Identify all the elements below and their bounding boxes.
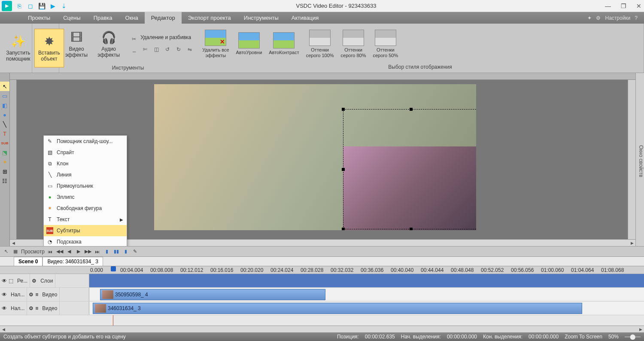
rotate-ccw-icon[interactable]: ↺	[163, 45, 172, 54]
tool-shape-icon[interactable]: ✶	[0, 157, 9, 167]
pv-pointer-icon[interactable]: ↖	[2, 248, 10, 256]
menu-item-1[interactable]: ▧Спрайт	[44, 147, 127, 158]
new-icon[interactable]: ⎘	[15, 2, 23, 10]
help-icon[interactable]: ?	[635, 15, 638, 21]
scissors-icon[interactable]: ✄	[140, 45, 150, 54]
tool-rect-icon[interactable]: ▭	[0, 91, 9, 100]
settings-link[interactable]: Настройки	[605, 15, 630, 21]
window-title: VSDC Video Editor - 923433633	[68, 3, 605, 9]
app-logo-icon	[2, 1, 12, 11]
thumb-icon	[309, 30, 331, 46]
scrollbar-vertical[interactable]	[628, 80, 635, 239]
fx-icon[interactable]: ⚙	[29, 305, 33, 311]
maximize-button[interactable]: ❐	[620, 3, 627, 9]
tab-scene[interactable]: Scene 0	[14, 257, 43, 266]
video-preview[interactable]	[154, 84, 476, 230]
minimize-button[interactable]: ―	[605, 3, 611, 9]
play-icon[interactable]: ▶	[49, 2, 57, 10]
lock-icon[interactable]: ⬚	[9, 278, 13, 284]
pv-edit-icon[interactable]: ✎	[131, 248, 139, 256]
pv-prev-icon[interactable]: ◀◀	[56, 248, 64, 256]
status-zoom-label[interactable]: Zoom To Screen	[565, 334, 602, 340]
fx-icon[interactable]: ⚙	[29, 292, 33, 298]
tool-line-icon[interactable]: ╲	[0, 119, 9, 129]
pv-film-icon[interactable]: ▦	[12, 248, 19, 256]
fx-icon[interactable]: ⚙	[32, 278, 36, 284]
pv-mark1-icon[interactable]: ▮	[103, 248, 111, 256]
list-icon[interactable]: ≡	[35, 292, 38, 298]
tool-media-icon[interactable]: ⊞	[0, 167, 9, 176]
menu-tab-editor[interactable]: Редактор	[145, 12, 182, 24]
playhead[interactable]	[111, 266, 116, 271]
selection-box[interactable]	[343, 109, 476, 229]
menu-item-9[interactable]: ◔Подсказка	[44, 236, 127, 246]
style-gray-80[interactable]: Оттенкисерого 80%	[337, 29, 370, 59]
style-autolevels[interactable]: АвтоУровни	[233, 31, 266, 56]
menu-item-4[interactable]: ▭Прямоугольник	[44, 180, 127, 192]
clip[interactable]: 350950598_ 4	[100, 289, 325, 300]
tool-text-icon[interactable]: T	[0, 129, 9, 138]
tab-video[interactable]: Видео: 346031634_ 3	[43, 257, 103, 266]
menu-tab-5[interactable]: Экспорт проекта	[182, 12, 237, 24]
style-delete-all[interactable]: Удалить всеэффекты	[199, 29, 232, 59]
time-tick: 00:32.032	[331, 267, 361, 273]
menu-item-label: Свободная фигура	[57, 205, 102, 211]
menu-item-6[interactable]: ✶Свободная фигура	[44, 203, 127, 214]
gear-icon[interactable]: ⚙	[596, 15, 601, 21]
time-tick: 00:36.036	[361, 267, 391, 273]
menu-item-3[interactable]: ╲Линия	[44, 169, 127, 180]
menu-item-2[interactable]: ⧉Клон	[44, 158, 127, 169]
style-gray-100[interactable]: Оттенкисерого 100%	[303, 29, 337, 59]
menu-item-0[interactable]: ✎Помощник слайд-шоу...	[44, 136, 127, 147]
properties-panel-tab[interactable]: Окно свойств	[635, 73, 644, 246]
open-icon[interactable]: ◻	[27, 2, 34, 10]
menu-tab-6[interactable]: Инструменты	[237, 12, 285, 24]
eye-icon[interactable]: 👁	[2, 292, 7, 298]
pv-play-icon[interactable]: ▶	[75, 248, 82, 256]
menu-tab-2[interactable]: Правка	[87, 12, 119, 24]
crop-icon[interactable]: ◫	[152, 45, 161, 54]
eye-icon[interactable]: 👁	[2, 278, 7, 284]
menu-tab-0[interactable]: Проекты	[21, 12, 57, 24]
pv-mark3-icon[interactable]: ▮	[122, 248, 130, 256]
menu-tab-7[interactable]: Активация	[285, 12, 325, 24]
pv-mark2-icon[interactable]: ▮▮	[112, 248, 120, 256]
close-button[interactable]: ✕	[635, 3, 642, 9]
tool-film-icon[interactable]: ☷	[0, 176, 9, 186]
pv-fwd-icon[interactable]: ▶▶	[84, 248, 92, 256]
audio-effects-button[interactable]: 🎧 Аудиоэффекты	[94, 25, 124, 64]
pv-first-icon[interactable]: ⏮	[46, 248, 54, 256]
star-icon[interactable]: ✦	[587, 15, 592, 21]
quick-access-toolbar: ⎘ ◻ 💾 ▶ ⇣	[15, 2, 68, 10]
pv-back-icon[interactable]: ◀	[65, 248, 73, 256]
zoom-slider-icon[interactable]: —⬤—	[625, 334, 641, 340]
list-icon[interactable]: ≡	[35, 305, 38, 311]
tool-cursor-icon[interactable]: ↖	[0, 82, 9, 91]
tool-ellipse-icon[interactable]: ●	[0, 110, 9, 119]
timeline-hscroll[interactable]	[0, 326, 644, 332]
wand-icon: ✨	[11, 34, 26, 49]
menu-tab-3[interactable]: Окна	[119, 12, 145, 24]
menu-tab-1[interactable]: Сцены	[57, 12, 87, 24]
menu-item-7[interactable]: TТекст▶	[44, 214, 127, 225]
time-tick: 00:16.016	[210, 267, 240, 273]
run-helper-button[interactable]: ✨ Запуститьпомощник	[2, 29, 34, 67]
rotate-cw-icon[interactable]: ↻	[174, 45, 183, 54]
style-autocontrast[interactable]: АвтоКонтраст	[265, 31, 302, 56]
save-icon[interactable]: 💾	[38, 2, 46, 10]
style-gray-50[interactable]: Оттенкисерого 50%	[369, 29, 401, 59]
tool-rect2-icon[interactable]: ◧	[0, 100, 9, 110]
menu-item-5[interactable]: ●Эллипс	[44, 192, 127, 203]
cut-icon[interactable]: ✂	[129, 34, 139, 44]
flip-h-icon[interactable]: ⇋	[185, 45, 194, 54]
menu-item-8[interactable]: SUBСубтитры	[44, 225, 127, 236]
tool-chart-icon[interactable]: ⬔	[0, 148, 9, 157]
video-effects-button[interactable]: 🎞 Видеоэффекты	[61, 25, 91, 64]
eye-icon[interactable]: 👁	[2, 305, 7, 311]
qat-more-icon[interactable]: ⇣	[60, 2, 68, 10]
clip[interactable]: 346031634_ 3	[93, 303, 582, 314]
pv-last-icon[interactable]: ⏭	[94, 248, 101, 256]
tool-sub-icon[interactable]: SUB	[0, 138, 9, 148]
time-ruler[interactable]: 0.00000:04.00400:08.00800:12.01200:16.01…	[0, 266, 644, 274]
split-icon[interactable]: ⎯	[129, 45, 139, 54]
